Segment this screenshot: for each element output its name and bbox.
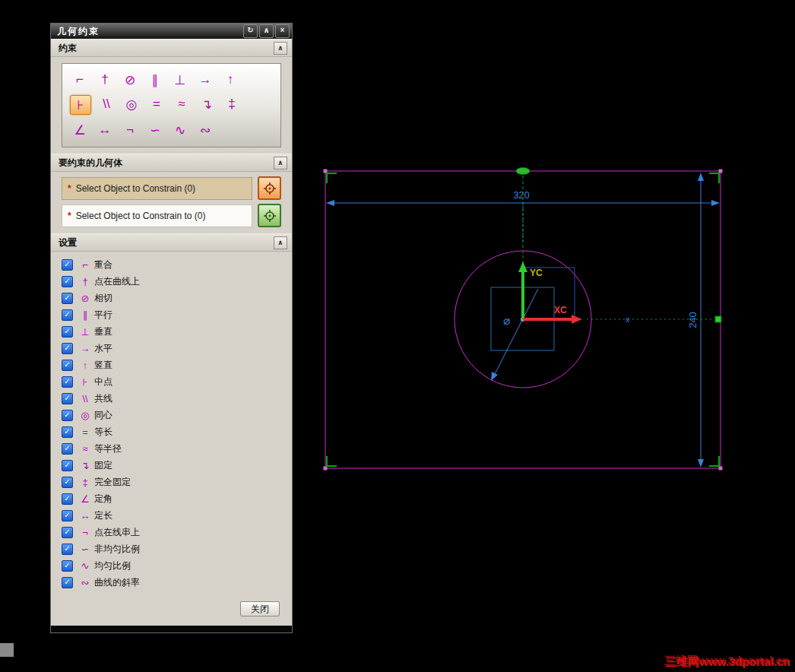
non-uniform-scale-checkbox[interactable]: ✓ xyxy=(62,544,73,555)
close-button[interactable]: 关闭 xyxy=(240,601,280,617)
length-constraint-icon[interactable]: ↔ xyxy=(95,121,115,139)
point-on-string-checkbox[interactable]: ✓ xyxy=(62,527,73,538)
chevron-up-icon[interactable]: ∧ xyxy=(274,157,287,170)
settings-item-label: 中点 xyxy=(94,376,112,388)
corner-point[interactable] xyxy=(324,467,328,471)
collinear-checkbox[interactable]: ✓ xyxy=(62,393,73,404)
section-geometry-label: 要约束的几何体 xyxy=(59,157,122,170)
collinear-icon: \\ xyxy=(78,393,93,404)
vertical-checkbox[interactable]: ✓ xyxy=(62,360,73,371)
horizontal-checkbox[interactable]: ✓ xyxy=(62,343,73,354)
fixed-checkbox[interactable]: ✓ xyxy=(62,460,73,471)
equal-radius-checkbox[interactable]: ✓ xyxy=(62,443,73,455)
point-on-curve-checkbox[interactable]: ✓ xyxy=(62,276,73,287)
select-object-to-label: Select Object to Constrain to (0) xyxy=(76,211,206,221)
non-uniform-scale-constraint-icon[interactable]: ∽ xyxy=(145,121,165,139)
dialog-bottom-edge[interactable] xyxy=(51,626,292,632)
settings-row-concentric: ✓◎同心 xyxy=(62,407,284,423)
select-object-label: Select Object to Constrain (0) xyxy=(76,183,195,194)
select-object-button[interactable] xyxy=(258,176,281,200)
settings-row-coincident: ✓⌐重合 xyxy=(62,256,284,273)
settings-row-midpoint: ✓⊦中点 xyxy=(62,373,284,390)
corner-point[interactable] xyxy=(324,170,328,173)
settings-item-label: 竖直 xyxy=(94,359,112,372)
right-edge-point[interactable] xyxy=(715,316,721,322)
tangent-constraint-icon[interactable]: ⊘ xyxy=(120,71,140,89)
settings-item-label: 定长 xyxy=(94,509,112,522)
settings-item-label: 垂直 xyxy=(94,325,112,338)
settings-item-label: 同心 xyxy=(94,409,112,422)
settings-item-label: 定角 xyxy=(94,493,112,506)
parallel-checkbox[interactable]: ✓ xyxy=(62,309,73,321)
height-dimension[interactable]: 240 xyxy=(687,173,704,468)
select-object-to-row[interactable]: * Select Object to Constrain to (0) xyxy=(62,204,281,227)
y-axis-label: YC xyxy=(530,268,543,278)
concentric-checkbox[interactable]: ✓ xyxy=(62,410,73,421)
point-on-curve-icon: † xyxy=(78,276,93,287)
fully-fixed-checkbox[interactable]: ✓ xyxy=(62,477,73,488)
settings-row-curve-slope: ✓∾曲线的斜率 xyxy=(62,574,284,591)
equal-length-checkbox[interactable]: ✓ xyxy=(62,426,73,438)
select-object-to-button[interactable] xyxy=(258,204,281,227)
point-on-curve-constraint-icon[interactable]: † xyxy=(95,71,115,89)
perpendicular-constraint-icon[interactable]: ⊥ xyxy=(170,71,190,89)
equal-length-constraint-icon[interactable]: = xyxy=(147,95,166,113)
fully-fixed-constraint-icon[interactable]: ‡ xyxy=(222,95,242,113)
diameter-dimension[interactable]: ⌀ xyxy=(491,289,538,381)
settings-row-parallel: ✓∥平行 xyxy=(62,306,284,323)
dialog-title: 几何约束 xyxy=(57,25,242,38)
select-object-row[interactable]: * Select Object to Constrain (0) xyxy=(62,176,281,200)
corner-point[interactable] xyxy=(719,467,723,471)
reset-icon[interactable]: ↻ xyxy=(243,24,258,38)
select-object-to-prompt[interactable]: * Select Object to Constrain to (0) xyxy=(62,204,252,227)
angle-checkbox[interactable]: ✓ xyxy=(62,493,73,505)
section-geometry[interactable]: 要约束的几何体 ∧ xyxy=(51,154,292,172)
fixed-constraint-icon[interactable]: ↴ xyxy=(197,95,217,113)
settings-item-label: 均匀比例 xyxy=(94,559,131,572)
angle-icon: ∠ xyxy=(78,493,93,505)
target-icon xyxy=(263,182,277,195)
dialog-titlebar[interactable]: 几何约束 ↻ ∧ × xyxy=(51,24,292,39)
required-asterisk: * xyxy=(68,183,71,194)
settings-item-label: 非均匀比例 xyxy=(94,543,140,556)
coincident-constraint-icon[interactable]: ⌐ xyxy=(70,71,90,89)
section-settings[interactable]: 设置 ∧ xyxy=(51,233,292,252)
tangent-checkbox[interactable]: ✓ xyxy=(62,293,73,304)
midpoint-constraint-icon[interactable]: ⊦ xyxy=(70,95,91,115)
settings-row-point-on-string: ✓¬点在线串上 xyxy=(62,524,284,540)
collapse-dialog-icon[interactable]: ∧ xyxy=(259,24,274,38)
horizontal-icon: → xyxy=(78,343,93,354)
perpendicular-checkbox[interactable]: ✓ xyxy=(62,326,73,338)
coincident-checkbox[interactable]: ✓ xyxy=(62,259,73,271)
close-icon[interactable]: × xyxy=(275,24,290,38)
select-object-prompt[interactable]: * Select Object to Constrain (0) xyxy=(62,177,252,200)
uniform-scale-checkbox[interactable]: ✓ xyxy=(62,560,73,572)
equal-radius-constraint-icon[interactable]: ≈ xyxy=(172,95,192,113)
curve-slope-checkbox[interactable]: ✓ xyxy=(62,577,73,588)
settings-row-horizontal: ✓→水平 xyxy=(62,340,284,357)
horizontal-constraint-icon[interactable]: → xyxy=(195,71,215,89)
settings-row-angle: ✓∠定角 xyxy=(62,490,284,507)
top-midpoint-handle[interactable] xyxy=(516,168,530,175)
chevron-up-icon[interactable]: ∧ xyxy=(274,236,287,249)
length-checkbox[interactable]: ✓ xyxy=(62,510,73,521)
settings-item-label: 曲线的斜率 xyxy=(94,576,140,589)
width-dimension-value[interactable]: 320 xyxy=(513,189,530,201)
concentric-constraint-icon[interactable]: ◎ xyxy=(122,95,141,113)
settings-row-equal-radius: ✓≈等半径 xyxy=(62,440,284,457)
parallel-constraint-icon[interactable]: ∥ xyxy=(145,71,165,89)
section-constraints[interactable]: 约束 ∧ xyxy=(51,39,292,57)
y-axis-arrow[interactable]: YC xyxy=(518,262,543,319)
chevron-up-icon[interactable]: ∧ xyxy=(274,42,287,55)
corner-artifact xyxy=(0,643,14,657)
point-on-string-constraint-icon[interactable]: ¬ xyxy=(120,121,140,139)
curve-slope-constraint-icon[interactable]: ∾ xyxy=(195,121,215,139)
uniform-scale-constraint-icon[interactable]: ∿ xyxy=(170,121,190,139)
corner-point[interactable] xyxy=(719,170,723,173)
midpoint-checkbox[interactable]: ✓ xyxy=(62,376,73,388)
height-dimension-value[interactable]: 240 xyxy=(687,312,698,328)
collinear-constraint-icon[interactable]: \\ xyxy=(97,95,116,113)
vertical-constraint-icon[interactable]: ↑ xyxy=(220,71,240,89)
angle-constraint-icon[interactable]: ∠ xyxy=(70,121,90,139)
x-axis-arrow[interactable]: XC xyxy=(523,305,582,324)
